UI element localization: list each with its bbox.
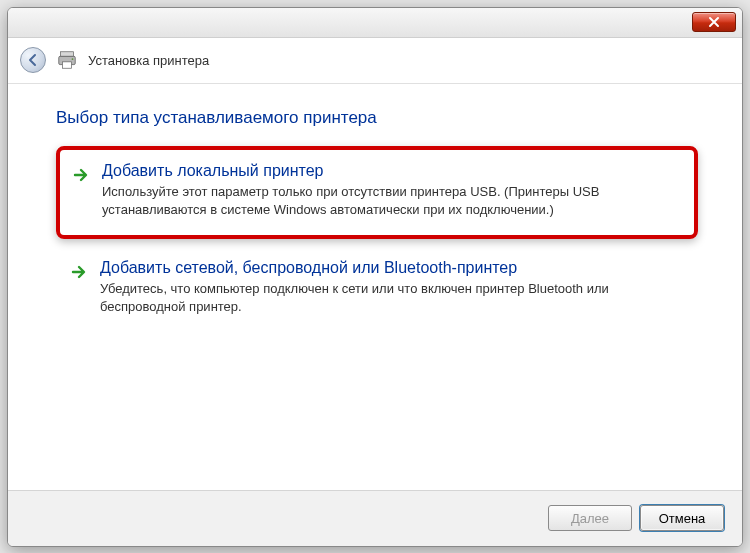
- printer-icon: [56, 49, 78, 71]
- back-arrow-icon: [26, 53, 40, 67]
- wizard-content: Выбор типа устанавливаемого принтера Доб…: [8, 84, 742, 490]
- arrow-right-icon: [72, 166, 90, 184]
- next-button: Далее: [548, 505, 632, 531]
- option-add-network-printer[interactable]: Добавить сетевой, беспроводной или Bluet…: [56, 245, 698, 330]
- wizard-header: Установка принтера: [8, 38, 742, 84]
- page-heading: Выбор типа устанавливаемого принтера: [56, 108, 698, 128]
- svg-rect-0: [61, 52, 74, 57]
- close-icon: [708, 16, 720, 28]
- option-add-local-printer[interactable]: Добавить локальный принтер Используйте э…: [56, 146, 698, 239]
- option-description: Используйте этот параметр только при отс…: [102, 183, 678, 219]
- option-description: Убедитесь, что компьютер подключен к сет…: [100, 280, 680, 316]
- wizard-title: Установка принтера: [88, 53, 209, 68]
- cancel-button[interactable]: Отмена: [640, 505, 724, 531]
- svg-rect-2: [62, 62, 71, 68]
- close-button[interactable]: [692, 12, 736, 32]
- wizard-window: Установка принтера Выбор типа устанавлив…: [7, 7, 743, 547]
- titlebar: [8, 8, 742, 38]
- back-button[interactable]: [20, 47, 46, 73]
- option-title: Добавить локальный принтер: [102, 162, 678, 180]
- option-title: Добавить сетевой, беспроводной или Bluet…: [100, 259, 680, 277]
- svg-point-3: [72, 58, 74, 60]
- arrow-right-icon: [70, 263, 88, 281]
- wizard-footer: Далее Отмена: [8, 490, 742, 546]
